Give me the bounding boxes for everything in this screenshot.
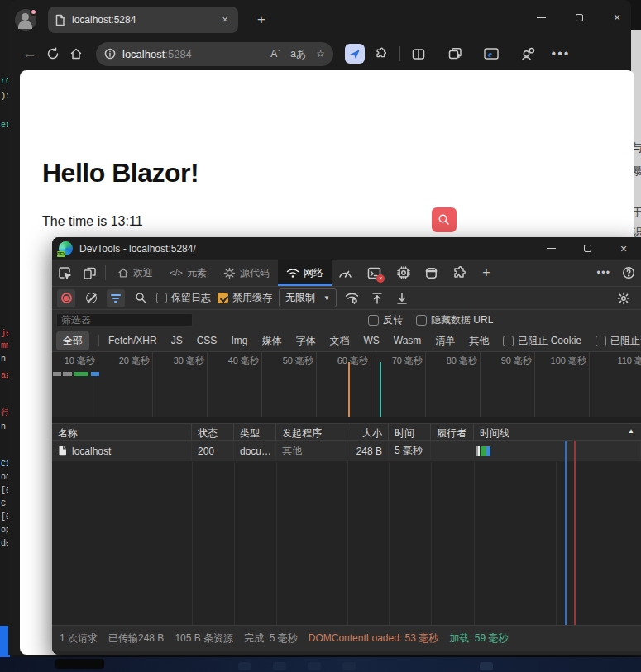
chip-doc[interactable]: 文档 [329, 334, 349, 348]
chip-fetch-xhr[interactable]: Fetch/XHR [108, 335, 157, 346]
tab-close-icon[interactable]: × [218, 13, 232, 26]
network-settings-gear-icon[interactable] [615, 289, 633, 307]
network-conditions-icon[interactable] [343, 289, 361, 307]
timeline-gridline [261, 352, 262, 417]
column-divider [347, 462, 348, 625]
checkbox-unchecked[interactable] [596, 336, 606, 346]
favorite-star-icon[interactable]: ☆ [316, 48, 325, 60]
new-tab-button[interactable]: + [253, 12, 270, 28]
close-button[interactable]: × [608, 8, 626, 26]
chip-other[interactable]: 其他 [469, 334, 489, 348]
minimize-button[interactable] [532, 8, 550, 26]
home-icon[interactable] [65, 42, 88, 65]
chip-ws[interactable]: WS [363, 335, 379, 346]
pinned-extension-icon[interactable] [345, 44, 365, 64]
checkbox-unchecked[interactable] [368, 315, 379, 326]
performance-monitor-chip-icon[interactable] [390, 260, 418, 286]
import-har-icon[interactable] [368, 289, 386, 307]
devtools-minimize-button[interactable] [542, 240, 560, 258]
dcl-event-line-waterfall [565, 441, 567, 625]
taskbar-icon[interactable] [308, 662, 321, 670]
browser-tab[interactable]: localhost:5284 × [48, 7, 238, 33]
blocked-cookies-checkbox[interactable]: 已阻止 Cookie [503, 334, 581, 348]
more-menu-icon[interactable]: ••• [549, 42, 572, 65]
column-fulfilled-by[interactable]: 履行者 [431, 424, 474, 440]
chip-all[interactable]: 全部 [56, 331, 89, 350]
column-waterfall[interactable]: 时间线 ▲ [474, 424, 641, 440]
back-icon[interactable]: ← [18, 42, 41, 65]
read-aloud-icon[interactable]: Aˈ [270, 48, 280, 60]
checkbox-checked[interactable] [218, 293, 228, 303]
invert-checkbox[interactable]: 反转 [368, 313, 403, 327]
taskbar-icon[interactable] [342, 662, 356, 670]
devtools-titlebar[interactable]: DEV DevTools - localhost:5284/ × [52, 237, 641, 260]
blocked-requests-checkbox[interactable]: 已阻止请求 [596, 334, 641, 348]
request-initiator-cell[interactable]: 其他 [276, 441, 347, 461]
devtools-maximize-button[interactable] [578, 240, 596, 258]
browser-essentials-icon[interactable] [516, 42, 539, 65]
page-search-button[interactable] [432, 207, 457, 232]
preserve-log-checkbox[interactable]: 保留日志 [156, 291, 211, 305]
checkbox-unchecked[interactable] [156, 293, 167, 303]
profile-avatar[interactable] [15, 9, 36, 31]
inspect-element-icon[interactable] [52, 260, 77, 286]
more-tabs-icon[interactable]: + [474, 260, 499, 286]
help-icon[interactable] [616, 266, 641, 279]
hide-data-urls-checkbox[interactable]: 隐藏数据 URL [416, 313, 493, 327]
column-status[interactable]: 状态 [192, 424, 234, 440]
taskbar-item[interactable] [55, 659, 104, 669]
requests-table-body[interactable] [52, 462, 641, 625]
tab-network[interactable]: 网络 [278, 260, 332, 286]
devtools-more-options-icon[interactable]: ••• [591, 267, 616, 279]
disable-cache-checkbox[interactable]: 禁用缓存 [218, 291, 272, 305]
throttling-dropdown[interactable]: 无限制 ▼ [279, 288, 337, 307]
record-button[interactable] [57, 289, 75, 307]
document-icon [58, 446, 67, 456]
checkbox-unchecked[interactable] [503, 336, 514, 346]
filter-toggle-button[interactable] [107, 289, 125, 307]
chip-css[interactable]: CSS [197, 335, 218, 346]
chip-manifest[interactable]: 清单 [435, 334, 455, 348]
column-time[interactable]: 时间 [389, 424, 431, 440]
devtools-close-button[interactable]: × [615, 240, 633, 258]
filter-input[interactable] [56, 313, 193, 327]
column-name[interactable]: 名称 [52, 424, 192, 440]
request-waterfall-cell[interactable] [474, 441, 641, 461]
devtools-extensions-icon[interactable] [446, 260, 474, 286]
split-screen-icon[interactable] [407, 42, 430, 65]
network-overview-timeline[interactable]: 10 毫秒 20 毫秒 30 毫秒 40 毫秒 50 毫秒 60 毫秒 70 毫… [52, 352, 641, 417]
device-toolbar-icon[interactable] [77, 260, 102, 286]
taskbar-icon[interactable] [238, 662, 251, 670]
ie-mode-icon[interactable]: e [480, 42, 503, 65]
network-search-icon[interactable] [132, 289, 150, 307]
taskbar-icon[interactable] [273, 662, 286, 670]
refresh-icon[interactable] [41, 42, 65, 65]
request-row-localhost[interactable]: localhost 200 docu… 其他 248 B 5 毫秒 [52, 441, 641, 462]
collections-icon[interactable] [443, 42, 466, 65]
tab-sources[interactable]: 源代码 [215, 260, 278, 286]
translate-icon[interactable]: aあ [290, 47, 306, 61]
checkbox-unchecked[interactable] [416, 315, 427, 326]
maximize-button[interactable] [570, 8, 588, 26]
column-type[interactable]: 类型 [234, 424, 276, 440]
extensions-puzzle-icon[interactable] [370, 42, 393, 65]
column-size[interactable]: 大小 [347, 424, 389, 440]
console-errors-icon[interactable]: × [360, 260, 390, 286]
site-info-icon[interactable] [104, 48, 116, 60]
tab-elements[interactable]: </> 元素 [161, 260, 215, 286]
request-name-cell[interactable]: localhost [52, 441, 192, 461]
chip-wasm[interactable]: Wasm [394, 335, 422, 346]
chip-font[interactable]: 字体 [295, 334, 315, 348]
tab-welcome[interactable]: 欢迎 [109, 260, 161, 286]
windows-taskbar[interactable] [0, 657, 641, 672]
address-bar[interactable]: localhost :5284 Aˈ aあ ☆ [96, 42, 333, 66]
column-initiator[interactable]: 发起程序 [276, 424, 347, 440]
performance-icon[interactable] [332, 260, 360, 286]
taskbar-icon[interactable] [480, 662, 493, 670]
chip-img[interactable]: Img [231, 335, 247, 346]
application-panel-icon[interactable] [418, 260, 446, 286]
chip-js[interactable]: JS [171, 335, 183, 346]
chip-media[interactable]: 媒体 [261, 334, 281, 348]
export-har-icon[interactable] [393, 289, 411, 307]
clear-button[interactable] [82, 289, 100, 307]
